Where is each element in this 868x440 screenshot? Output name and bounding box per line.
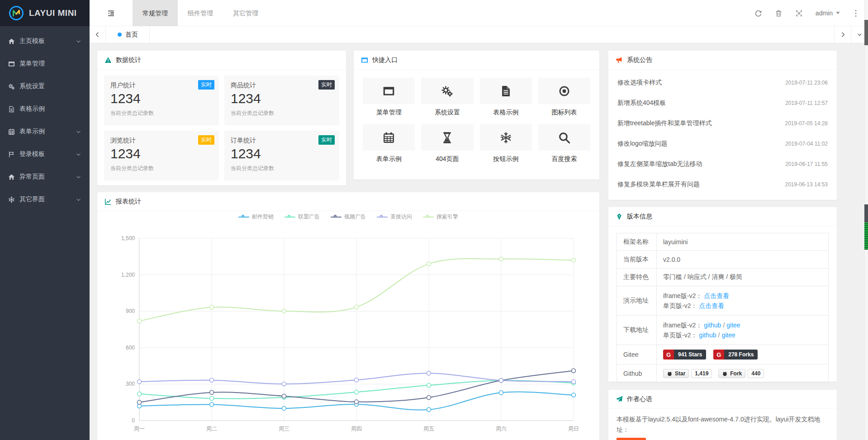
page-scrollbar-thumb[interactable] bbox=[864, 20, 868, 45]
header-actions: admin bbox=[754, 0, 859, 26]
line-chart-icon bbox=[104, 198, 112, 205]
sidebar-item-table-example[interactable]: 表格示例 bbox=[0, 98, 90, 120]
sidebar-item-label: 菜单管理 bbox=[19, 60, 81, 68]
notice-text: 修复多模块菜单栏展开有问题 bbox=[617, 180, 700, 189]
collapse-sidebar-button[interactable] bbox=[102, 0, 119, 26]
refresh-icon[interactable] bbox=[754, 9, 762, 17]
legend-item[interactable]: 直接访问 bbox=[377, 213, 412, 221]
sidebar-item-system-settings[interactable]: 系统设置 bbox=[0, 75, 90, 98]
notice-item[interactable]: 新增系统404模板 2019-07-11 12:57 bbox=[617, 93, 828, 113]
layui-doc-badge[interactable]: layui文档 bbox=[617, 438, 646, 440]
legend-marker-icon bbox=[377, 215, 388, 219]
legend-item[interactable]: 联盟广告 bbox=[285, 213, 320, 221]
tab-scroll-right-button[interactable] bbox=[834, 26, 851, 43]
demo-iframe-link[interactable]: 点击查看 bbox=[704, 292, 729, 299]
quick-item-button-example[interactable]: 按钮示例 bbox=[480, 124, 532, 163]
tab-component-management[interactable]: 组件管理 bbox=[178, 0, 223, 26]
github-star-count[interactable]: 1,419 bbox=[691, 369, 712, 378]
notice-item[interactable]: 修改logo缩放问题 2019-07-04 11:02 bbox=[617, 133, 828, 154]
quick-item-404-page[interactable]: 404页面 bbox=[421, 124, 473, 163]
user-dropdown[interactable]: admin bbox=[816, 9, 840, 17]
quick-item-icon-list[interactable]: 图标列表 bbox=[538, 78, 590, 117]
home-icon bbox=[8, 38, 15, 45]
realtime-badge: 实时 bbox=[318, 80, 335, 90]
notice-item[interactable]: 新增treetable插件和菜单管理样式 2019-07-05 14:28 bbox=[617, 113, 828, 133]
file-text-icon bbox=[500, 85, 512, 97]
fullscreen-icon[interactable] bbox=[795, 9, 803, 17]
series-marker bbox=[355, 400, 359, 404]
gitee-stars-badge[interactable]: G 941 Stars bbox=[663, 350, 706, 360]
legend-item[interactable]: 邮件营销 bbox=[238, 213, 274, 221]
snowflake-icon bbox=[500, 132, 512, 144]
trash-icon[interactable] bbox=[775, 9, 783, 17]
quick-item-table-example[interactable]: 表格示例 bbox=[480, 78, 532, 117]
legend-marker-icon bbox=[423, 215, 434, 219]
download-gitee-link[interactable]: gitee bbox=[721, 331, 735, 339]
tab-other-management[interactable]: 其它管理 bbox=[223, 0, 268, 26]
octocat-icon bbox=[722, 371, 728, 377]
github-star-widget: Star 1,419 bbox=[663, 369, 712, 378]
report-chart-svg: 03006009001,2001,500周一周二周三周四周五周六周日 bbox=[97, 225, 599, 440]
report-chart: 03006009001,2001,500周一周二周三周四周五周六周日 bbox=[97, 225, 599, 440]
sidebar-item-home-template[interactable]: 主页模板 bbox=[0, 30, 90, 52]
separator: / bbox=[718, 331, 720, 339]
ellipsis-v-icon[interactable] bbox=[853, 9, 859, 17]
tab-home[interactable]: 首页 bbox=[106, 26, 150, 43]
table-row: 当前版本 v2.0.0 bbox=[617, 251, 829, 269]
series-marker bbox=[427, 396, 431, 400]
flag-icon bbox=[8, 151, 15, 158]
gitee-forks-count: 278 Forks bbox=[724, 350, 758, 360]
gitee-forks-badge[interactable]: G 278 Forks bbox=[713, 350, 758, 360]
snowflake-icon bbox=[8, 196, 15, 203]
sidebar-item-login-template[interactable]: 登录模板 bbox=[0, 143, 90, 166]
window-icon bbox=[361, 57, 368, 64]
download-github-link[interactable]: github bbox=[699, 331, 716, 339]
quick-item-menu-management[interactable]: 菜单管理 bbox=[363, 78, 415, 117]
sidebar-item-label: 系统设置 bbox=[19, 82, 81, 90]
series-marker bbox=[210, 390, 214, 394]
github-fork-button[interactable]: Fork bbox=[718, 369, 745, 378]
quick-item-form-example[interactable]: 表单示例 bbox=[363, 124, 415, 163]
series-marker bbox=[210, 305, 214, 309]
x-axis-tick: 周日 bbox=[568, 426, 579, 432]
notice-text: 修改logo缩放问题 bbox=[617, 140, 667, 148]
github-star-button[interactable]: Star bbox=[663, 369, 689, 378]
download-github-link[interactable]: github bbox=[704, 322, 721, 329]
realtime-badge: 实时 bbox=[318, 135, 335, 145]
hamburger-icon bbox=[107, 9, 115, 17]
tab-general-management[interactable]: 常规管理 bbox=[133, 0, 178, 26]
sidebar-item-error-pages[interactable]: 异常页面 bbox=[0, 166, 90, 188]
tab-scroll-left-button[interactable] bbox=[90, 26, 106, 43]
stat-value: 1234 bbox=[231, 91, 333, 106]
legend-item[interactable]: 搜索引擎 bbox=[423, 213, 458, 221]
sidebar-item-form-example[interactable]: 表单示例 bbox=[0, 120, 90, 143]
sidebar-item-menu-management[interactable]: 菜单管理 bbox=[0, 52, 90, 75]
author-line1: 本模板基于layui2.5.4以及font-awesome-4.7.0进行实现。… bbox=[617, 414, 829, 435]
quick-item-label: 百度搜索 bbox=[538, 155, 590, 163]
download-gitee-link[interactable]: gitee bbox=[726, 322, 740, 329]
version-table: 框架名称 layuimini 当前版本 v2.0.0 主要特色 零门槛 / 响应… bbox=[617, 233, 829, 383]
app-logo[interactable]: LAYUI MINI bbox=[0, 0, 90, 26]
warning-triangle-icon bbox=[104, 57, 112, 64]
quick-item-system-settings[interactable]: 系统设置 bbox=[421, 78, 473, 117]
sidebar-item-label: 表单示例 bbox=[19, 128, 76, 136]
gitee-stars-count: 941 Stars bbox=[674, 350, 706, 360]
quick-item-baidu-search[interactable]: 百度搜索 bbox=[538, 124, 590, 163]
table-row: 框架名称 layuimini bbox=[617, 233, 829, 251]
card-author-words: 作者心语 本模板基于layui2.5.4以及font-awesome-4.7.0… bbox=[608, 390, 837, 440]
hourglass-icon bbox=[441, 132, 453, 144]
notice-item[interactable]: 修复左侧菜单缩放tab无法移动 2019-06-17 11:55 bbox=[617, 154, 828, 174]
legend-label: 联盟广告 bbox=[298, 213, 320, 221]
notice-item[interactable]: 修复多模块菜单栏展开有问题 2019-06-13 14:53 bbox=[617, 174, 828, 194]
stat-label: 订单统计 bbox=[231, 137, 333, 145]
notice-item[interactable]: 修改选项卡样式 2019-07-11 23:06 bbox=[617, 72, 828, 93]
demo-spa-link[interactable]: 点击查看 bbox=[699, 302, 724, 309]
series-marker bbox=[572, 258, 576, 262]
sidebar-item-other-ui[interactable]: 其它界面 bbox=[0, 188, 90, 211]
quick-grid: 菜单管理 系统设置 表格示例 图标列表 表单示例 404页面 bbox=[354, 70, 599, 171]
github-fork-count[interactable]: 440 bbox=[748, 369, 764, 378]
iframe-scrollbar-thumb[interactable] bbox=[864, 204, 868, 250]
series-marker bbox=[499, 257, 503, 261]
legend-item[interactable]: 视频广告 bbox=[331, 213, 366, 221]
series-marker bbox=[355, 390, 359, 394]
